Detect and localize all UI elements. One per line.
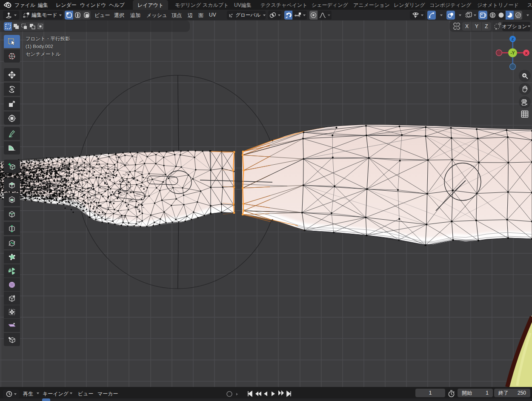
svg-text:X: X bbox=[525, 51, 528, 55]
svg-text:-Y: -Y bbox=[511, 51, 515, 55]
svg-text:Z: Z bbox=[512, 37, 514, 41]
